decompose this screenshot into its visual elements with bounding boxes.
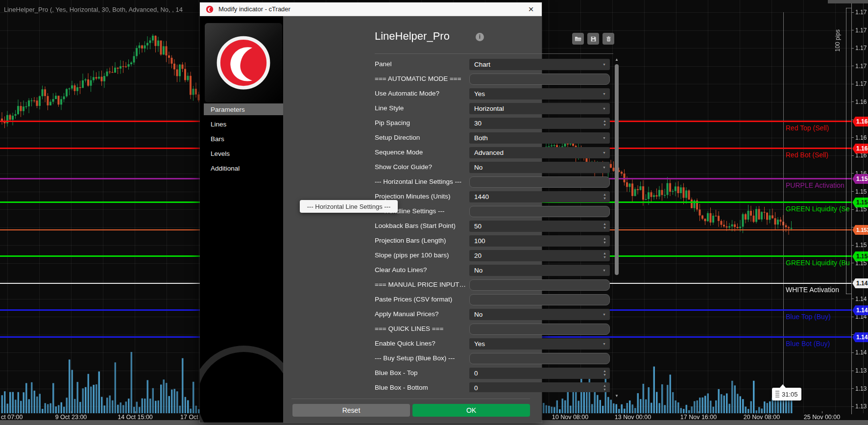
param-row-trendline-settings: --- Trendline Settings --- (375, 204, 610, 219)
sidebar-tab-lines[interactable]: Lines (204, 118, 283, 130)
param-control-trendline-settings[interactable] (469, 206, 610, 217)
control-value: 100 (474, 237, 485, 245)
price-tick: 1.17 (852, 45, 867, 51)
param-control-paste-prices-csv-format[interactable] (469, 294, 610, 305)
hline-label-green-liquidity-sell: GREEN Liquidity (Se (786, 205, 850, 213)
param-row-quick-lines: === QUICK LINES === (375, 322, 610, 337)
param-control-projection-minutes-units[interactable]: 1440▲▼ (469, 191, 610, 202)
param-control-pip-spacing[interactable]: 30▲▼ (469, 118, 610, 129)
param-control-clear-auto-lines[interactable]: No▼ (469, 265, 610, 276)
control-value: No (474, 267, 482, 274)
ctrader-window: LineHelper_Pro (, Yes, Horizontal, 30, B… (0, 0, 868, 425)
stepper-arrows-icon: ▲▼ (603, 369, 606, 377)
ok-button[interactable]: OK (412, 404, 530, 417)
param-label: --- Buy Setup (Blue Box) --- (375, 354, 467, 362)
pips-ruler[interactable] (846, 8, 851, 294)
param-row-use-automatic-mode: Use Automatic Mode?Yes▼ (375, 87, 610, 101)
scrollbar-thumb[interactable] (615, 64, 619, 275)
param-label: Sequence Mode (375, 149, 467, 156)
price-tick: 1.14 (852, 296, 867, 302)
scroll-down-icon[interactable]: ▼ (614, 394, 619, 398)
param-row-buy-setup-blue-box: --- Buy Setup (Blue Box) --- (375, 351, 610, 366)
price-tick: 1.16 (852, 99, 867, 105)
price-tag-purple-activation: 1.15 (852, 174, 868, 184)
param-control-lookback-bars-start-point[interactable]: 50▲▼ (469, 221, 610, 232)
time-label: 13 Nov 00:00 (615, 414, 651, 421)
time-label: 17 Nov 16:00 (680, 414, 717, 421)
control-value: No (474, 164, 482, 171)
reset-button[interactable]: Reset (292, 404, 410, 417)
chevron-down-icon: ▼ (603, 313, 606, 316)
dialog-titlebar[interactable]: Modify indicator - cTrader × (200, 2, 542, 16)
param-row-projection-minutes-units: Projection Minutes (Units)1440▲▼ (375, 190, 610, 204)
sidebar-tab-bars[interactable]: Bars (204, 133, 283, 145)
param-control-blue-box-bottom[interactable]: 0▲▼ (469, 382, 610, 392)
param-control-manual-price-input[interactable] (469, 279, 610, 291)
price-tag-green-liquidity-buy: 1.15 (852, 251, 868, 261)
param-control-quick-lines[interactable] (469, 324, 610, 335)
param-control-slope-pips-per-100-bars[interactable]: 20▲▼ (469, 250, 610, 261)
hline-label-blue-top: Blue Top (Buy) (786, 313, 831, 321)
param-control-horizontal-line-settings[interactable] (469, 176, 610, 188)
param-control-show-color-guide[interactable]: No▼ (469, 162, 610, 173)
param-control-buy-setup-blue-box[interactable] (469, 353, 610, 364)
control-value: Advanced (474, 149, 504, 156)
param-control-automatic-mode[interactable] (469, 74, 610, 85)
scroll-up-icon[interactable]: ▲ (614, 57, 619, 62)
price-tag-red-bot: 1.16 (852, 144, 868, 153)
time-tick (570, 411, 571, 413)
price-tag-current-price: 1.153 (852, 225, 868, 235)
sidebar-tab-levels[interactable]: Levels (204, 148, 283, 159)
hline-label-purple-activation: PURPLE Activation (786, 181, 844, 189)
sidebar-tab-additional[interactable]: Additional (204, 162, 283, 174)
dialog-scrollbar[interactable]: ▲ ▼ (614, 57, 619, 398)
control-value: 50 (474, 223, 482, 230)
time-tick (699, 411, 699, 413)
param-control-enable-quick-lines[interactable]: Yes▼ (469, 338, 610, 350)
price-tick: 1.13 (852, 403, 867, 410)
header-divider (375, 53, 613, 54)
control-value: Horizontal (474, 105, 504, 112)
save-template-button[interactable] (587, 33, 599, 45)
sidebar-tab-parameters[interactable]: Parameters (204, 103, 283, 115)
param-control-projection-bars-length[interactable]: 100▲▼ (469, 235, 610, 247)
window-edge-top (828, 0, 868, 3)
stepper-arrows-icon: ▲▼ (603, 237, 606, 245)
param-row-apply-manual-prices: Apply Manual Prices?No▼ (375, 307, 610, 322)
param-label: Slope (pips per 100 bars) (375, 251, 467, 259)
param-row-sequence-mode: Sequence ModeAdvanced▼ (375, 146, 610, 160)
param-row-setup-direction: Setup DirectionBoth▼ (375, 131, 610, 146)
param-label: Line Style (375, 104, 467, 112)
param-label: === MANUAL PRICE INPUT… (375, 281, 467, 288)
param-label: Blue Box - Bottom (375, 384, 467, 391)
load-template-button[interactable] (572, 33, 584, 45)
param-label: --- Horizontal Line Settings --- (375, 178, 467, 185)
chevron-down-icon: ▼ (603, 63, 606, 66)
param-control-use-automatic-mode[interactable]: Yes▼ (469, 88, 610, 100)
control-value: Both (474, 134, 488, 142)
control-value: 30 (474, 120, 482, 127)
price-tick: 1.16 (852, 134, 867, 141)
indicator-name: LineHelper_Pro (375, 30, 450, 43)
control-value: 0 (474, 384, 478, 392)
info-icon[interactable]: i (476, 33, 484, 41)
parameters-list: PanelChart▼=== AUTOMATIC MODE ===Use Aut… (375, 57, 610, 392)
delete-button[interactable] (603, 33, 614, 45)
param-row-show-color-guide: Show Color Guide?No▼ (375, 160, 610, 175)
param-control-line-style[interactable]: Horizontal▼ (469, 103, 610, 114)
param-control-blue-box-top[interactable]: 0▲▼ (469, 368, 610, 379)
close-icon[interactable]: × (525, 3, 537, 15)
time-tick (633, 411, 633, 413)
price-tick: 1.17 (852, 27, 867, 34)
indicator-logo (205, 23, 282, 102)
param-control-panel[interactable]: Chart▼ (469, 59, 610, 70)
param-control-apply-manual-prices[interactable]: No▼ (469, 309, 610, 320)
param-control-setup-direction[interactable]: Both▼ (469, 132, 610, 144)
param-control-sequence-mode[interactable]: Advanced▼ (469, 147, 610, 158)
price-tick: 1.14 (852, 349, 867, 356)
price-tick: 1.13 (852, 367, 867, 374)
hline-label-blue-bot: Blue Bot (Buy) (786, 340, 830, 348)
chevron-down-icon: ▼ (603, 107, 606, 110)
indicator-status-text: LineHelper_Pro (, Yes, Horizontal, 30, B… (4, 6, 201, 13)
price-tick: 1.17 (852, 9, 867, 16)
